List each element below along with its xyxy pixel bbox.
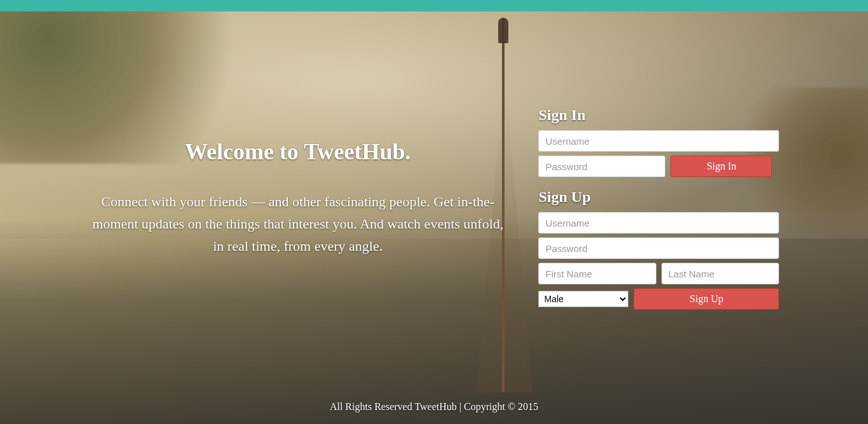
hero-background: Welcome to TweetHub. Connect with your f…	[0, 11, 868, 424]
signup-username-input[interactable]	[538, 212, 779, 234]
page-title: Welcome to TweetHub.	[89, 138, 506, 165]
footer-text: All Rights Reserved TweetHub | Copyright…	[0, 401, 868, 413]
signin-button[interactable]: Sign In	[670, 156, 772, 177]
auth-column: Sign In Sign In Sign Up	[538, 107, 779, 314]
welcome-column: Welcome to TweetHub. Connect with your f…	[89, 107, 506, 314]
main-content: Welcome to TweetHub. Connect with your f…	[0, 107, 868, 314]
signin-username-input[interactable]	[538, 130, 779, 152]
page-subtitle: Connect with your friends — and other fa…	[89, 190, 506, 258]
signup-password-input[interactable]	[538, 237, 779, 259]
top-bar	[0, 0, 868, 11]
signup-heading: Sign Up	[538, 189, 779, 206]
signup-button[interactable]: Sign Up	[634, 288, 779, 310]
signup-lastname-input[interactable]	[661, 263, 779, 284]
signup-firstname-input[interactable]	[538, 263, 656, 284]
signin-heading: Sign In	[538, 107, 779, 124]
signup-gender-select[interactable]: Male	[538, 291, 628, 307]
signin-password-input[interactable]	[538, 156, 665, 177]
